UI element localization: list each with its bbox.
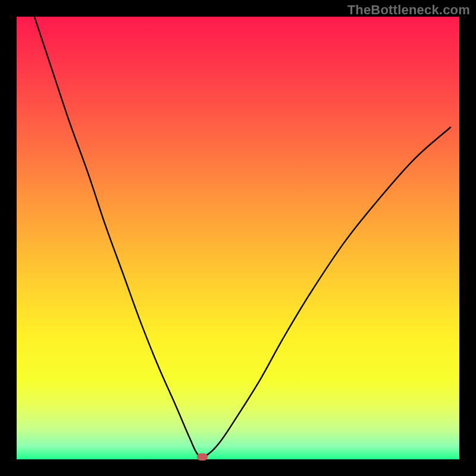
vertex-marker [197, 453, 208, 461]
watermark-text: TheBottleneck.com [347, 2, 470, 18]
chart-frame: TheBottleneck.com [0, 0, 476, 476]
plot-area [17, 17, 459, 459]
